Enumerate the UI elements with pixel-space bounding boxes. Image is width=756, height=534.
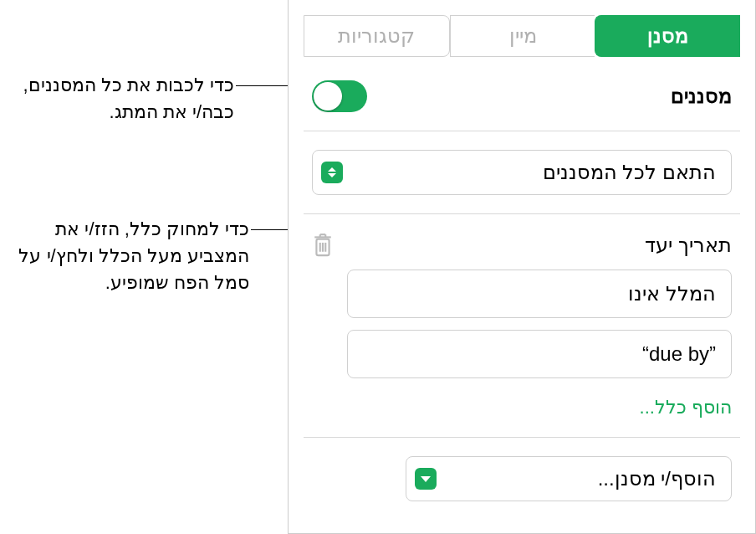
rule-value-input[interactable]: “due by” <box>347 330 732 378</box>
filters-header: מסננים <box>289 57 755 131</box>
toggle-knob <box>314 82 342 110</box>
updown-icon <box>321 162 343 183</box>
rule-header: תאריך יעד <box>289 214 755 270</box>
rule-title: תאריך יעד <box>645 234 732 257</box>
add-rule-button[interactable]: הוסף כלל... <box>289 390 755 437</box>
tab-filter[interactable]: מסנן <box>595 15 740 57</box>
rule-fields: המלל אינו “due by” <box>289 270 755 378</box>
match-mode-row: התאם לכל המסננים <box>289 131 755 213</box>
match-mode-label: התאם לכל המסננים <box>543 161 716 184</box>
filters-title: מסננים <box>671 85 732 108</box>
tab-sort[interactable]: מיין <box>450 15 595 57</box>
callout-toggle: כדי לכבות את כל המסננים, כבה/י את המתג. <box>0 72 234 126</box>
chevron-down-icon <box>415 468 437 490</box>
callout-delete: כדי למחוק כלל, הזז/י את המצביע מעל הכלל … <box>0 216 249 296</box>
match-mode-select[interactable]: התאם לכל המסננים <box>312 150 732 195</box>
filters-toggle[interactable] <box>312 80 367 112</box>
tab-bar: קטגוריות מיין מסנן <box>289 0 755 57</box>
add-filter-row: הוסף/י מסנן... <box>289 438 755 520</box>
add-filter-select[interactable]: הוסף/י מסנן... <box>406 456 732 501</box>
trash-icon[interactable] <box>312 233 334 258</box>
rule-condition-select[interactable]: המלל אינו <box>347 270 732 318</box>
filter-panel: קטגוריות מיין מסנן מסננים התאם לכל המסננ… <box>288 0 756 534</box>
tab-categories[interactable]: קטגוריות <box>304 15 450 57</box>
add-filter-label: הוסף/י מסנן... <box>598 467 716 490</box>
